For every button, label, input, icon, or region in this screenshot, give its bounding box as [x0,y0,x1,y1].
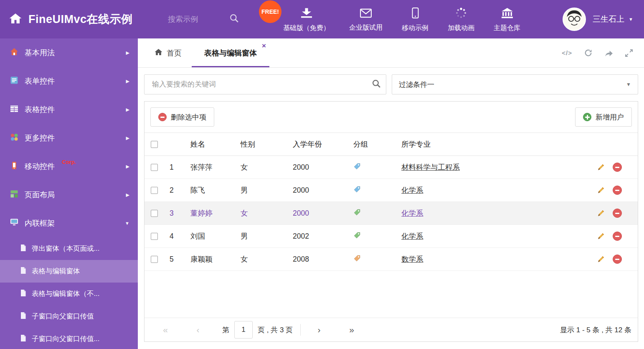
sidebar-subitem-child-to-parent-2[interactable]: 子窗口向父窗口传值... [0,328,138,349]
table-row[interactable]: 1 张萍萍 女 2000 材料科学与工程系 [145,156,638,179]
cell-gender: 女 [241,254,293,264]
table-row[interactable]: 4 刘国 男 2002 化学系 [145,225,638,248]
sidebar-item-basic-usage[interactable]: 基本用法 ▶ [0,38,138,67]
major-link[interactable]: 化学系 [401,186,423,194]
select-all-checkbox[interactable] [151,141,158,148]
refresh-icon[interactable] [584,48,593,57]
major-link[interactable]: 材料科学与工程系 [401,163,460,171]
delete-icon[interactable] [613,186,622,195]
delete-selected-button[interactable]: 删除选中项 [150,107,214,127]
chevron-right-icon: ▶ [126,164,129,169]
first-page-button[interactable]: « [157,325,174,335]
sidebar-item-form-controls[interactable]: 表单控件 ▶ [0,67,138,95]
nav-item-basic-edition[interactable]: FREE! 基础版（免费） [283,6,330,33]
sidebar-subitem-child-to-parent[interactable]: 子窗口向父窗口传值 [0,305,138,328]
tab-label: 首页 [167,48,182,58]
tag-icon [353,209,361,218]
search-icon[interactable] [230,14,239,25]
sidebar-subitem-popup-window[interactable]: 弹出窗体（本页面或... [0,237,138,260]
delete-icon[interactable] [613,163,622,172]
nav-item-loading-animation[interactable]: 加载动画 [448,6,474,33]
home-icon [9,13,22,25]
chevron-right-icon: ▶ [126,192,129,198]
header-nav: FREE! 基础版（免费） 企业版试用 移动示例 [283,6,520,33]
grid-toolbar: 删除选中项 新增用户 [145,102,638,132]
major-link[interactable]: 数学系 [401,255,423,263]
share-icon[interactable] [604,49,613,57]
tab-grid-edit-window[interactable]: 表格与编辑窗体 × [192,38,269,67]
sidebar-item-inline-frame[interactable]: 内联框架 ▼ [0,209,138,237]
button-label: 新增用户 [596,112,624,122]
sidebar-subitem-grid-edit-window-2[interactable]: 表格与编辑窗体（不... [0,283,138,305]
nav-label: 移动示例 [402,24,428,33]
layout-icon [10,190,18,200]
page-prefix-label: 第 [222,325,229,335]
sidebar-subitem-label: 子窗口向父窗口传值... [32,334,99,344]
sidebar-subitem-label: 弹出窗体（本页面或... [32,244,99,253]
close-icon[interactable]: × [262,42,266,50]
delete-icon[interactable] [613,209,622,218]
column-header-group[interactable]: 分组 [353,139,401,149]
search-icon[interactable] [372,79,381,90]
code-icon[interactable]: </> [562,49,572,56]
prev-page-button[interactable]: ‹ [190,325,206,335]
sidebar-item-grid-controls[interactable]: 表格控件 ▶ [0,95,138,124]
table-row-selected[interactable]: 3 董婷婷 女 2000 化学系 [145,202,638,225]
cell-year: 2000 [293,163,353,172]
row-checkbox[interactable] [151,164,158,171]
edit-icon[interactable] [597,232,605,240]
nav-item-theme-repo[interactable]: 主题仓库 [494,6,520,33]
expand-icon[interactable] [625,49,633,57]
edit-icon[interactable] [597,186,605,194]
row-checkbox[interactable] [151,187,158,194]
keyword-search-input[interactable] [151,80,372,89]
major-link[interactable]: 化学系 [401,209,423,217]
major-link[interactable]: 化学系 [401,232,423,240]
sidebar-subitem-grid-edit-window[interactable]: 表格与编辑窗体 [0,260,138,283]
user-menu[interactable]: 三生石上 ▼ [563,8,644,31]
edit-icon[interactable] [597,255,605,263]
nav-item-enterprise-trial[interactable]: 企业版试用 [349,7,383,32]
file-icon [20,312,26,321]
sidebar-item-label: 基本用法 [25,48,55,58]
row-checkbox[interactable] [151,233,158,240]
row-checkbox[interactable] [151,210,158,217]
tab-home[interactable]: 首页 [145,38,192,67]
table-row[interactable]: 2 陈飞 男 2000 化学系 [145,179,638,202]
page-number-input[interactable] [234,321,253,339]
column-header-major[interactable]: 所学专业 [401,139,584,149]
sidebar-item-mobile-controls[interactable]: 移动控件 Corp. ▶ [0,152,138,181]
nav-item-mobile-demo[interactable]: 移动示例 [402,6,428,33]
column-header-gender[interactable]: 性别 [241,139,293,149]
next-page-button[interactable]: › [311,325,327,335]
column-header-year[interactable]: 入学年份 [293,139,353,149]
delete-icon[interactable] [613,232,622,241]
file-icon [20,289,26,298]
delete-icon[interactable] [613,255,622,264]
brand[interactable]: FineUIMvc在线示例 [0,12,167,27]
add-user-button[interactable]: 新增用户 [575,107,632,127]
table-row[interactable]: 5 康颖颖 女 2008 数学系 [145,248,638,271]
sidebar-subitem-label: 表格与编辑窗体（不... [32,289,99,298]
edit-icon[interactable] [597,209,605,217]
cell-group [353,163,401,172]
last-page-button[interactable]: » [343,325,360,335]
header-search-input[interactable] [167,15,230,24]
column-header-name[interactable]: 姓名 [190,139,241,149]
file-icon [20,267,26,276]
tag-icon [353,255,361,264]
row-number: 4 [170,232,190,241]
caret-down-icon: ▼ [629,17,633,22]
sidebar-item-more-controls[interactable]: 更多控件 ▶ [0,124,138,152]
file-icon [20,334,26,344]
row-checkbox[interactable] [151,256,158,263]
house-icon [10,48,18,58]
table-empty-space [145,271,638,318]
cell-group [353,209,401,218]
sidebar-item-page-layout[interactable]: 页面布局 ▶ [0,181,138,209]
filter-dropdown[interactable]: 过滤条件一 ▼ [392,74,638,94]
cell-group [353,232,401,241]
cell-year: 2000 [293,209,353,218]
plus-circle-icon [583,113,591,121]
edit-icon[interactable] [597,163,605,171]
